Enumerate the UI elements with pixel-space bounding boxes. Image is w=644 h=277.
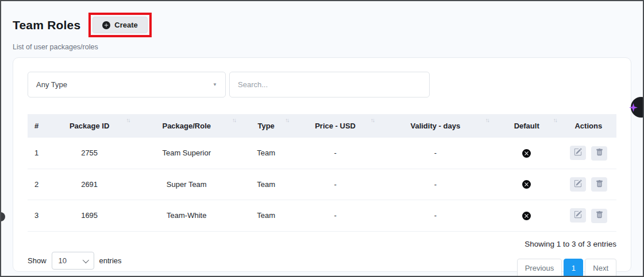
pagination: Previous 1 Next [517,259,616,277]
sort-icon[interactable]: ↑↓ [485,117,489,123]
cell-validity: - [378,169,493,200]
cell-price: - [292,200,378,232]
delete-button[interactable] [591,146,607,161]
table-row: 2 2691 Super Team Team - - [28,169,616,200]
trash-icon [596,149,603,158]
caret-down-icon: ▼ [213,82,217,87]
column-header-default[interactable]: Default↑↓ [493,114,561,138]
cell-type: Team [240,169,292,200]
cell-validity: - [378,138,493,169]
roles-card: Any Type ▼ # Package ID↑↓ Package/Role↑↓… [13,57,631,272]
left-edge-handle[interactable] [0,212,5,221]
table-footer: Show 10 entries Showing 1 to 3 of 3 entr… [28,240,616,277]
sort-icon[interactable]: ↑↓ [232,117,236,123]
delete-button[interactable] [591,209,607,223]
show-label: Show [28,256,47,265]
cell-actions [561,138,616,169]
cell-price: - [292,138,378,169]
column-header-type[interactable]: Type↑↓ [240,114,292,138]
next-page-button[interactable]: Next [585,259,616,277]
table-row: 3 1695 Team-White Team - - [28,200,616,232]
cell-num: 1 [28,138,45,169]
cell-actions [561,169,616,200]
previous-page-button[interactable]: Previous [517,259,562,277]
cell-validity: - [378,200,493,232]
cell-default [493,138,561,169]
delete-button[interactable] [591,177,607,192]
cell-package-role: Super Team [134,169,240,200]
chevron-down-icon [82,256,88,263]
cell-num: 2 [28,169,45,200]
annotation-highlight-box: Create [88,13,151,37]
column-header-price[interactable]: Price - USD↑↓ [292,114,378,138]
column-header-package-role[interactable]: Package/Role↑↓ [134,114,240,138]
pencil-square-icon [574,180,582,189]
page-1-button[interactable]: 1 [564,259,583,277]
cell-default [493,169,561,200]
cell-type: Team [240,138,292,169]
cell-price: - [292,169,378,200]
type-filter-value: Any Type [36,80,67,89]
x-circle-icon [522,149,531,157]
sparkle-icon [633,103,644,112]
sort-icon[interactable]: ↑↓ [126,117,130,123]
page-size-select[interactable]: 10 [52,252,94,270]
sort-icon[interactable]: ↑↓ [285,117,288,123]
create-button-label: Create [114,21,137,29]
cell-package-role: Team Superior [134,138,240,169]
showing-entries-text: Showing 1 to 3 of 3 entries [517,240,616,248]
page-size-value: 10 [59,256,67,265]
entries-label: entries [99,256,122,265]
search-input[interactable] [229,72,430,97]
cell-default [493,200,561,232]
plus-circle-icon [102,21,110,29]
edit-button[interactable] [570,177,586,192]
x-circle-icon [522,180,531,188]
create-button[interactable]: Create [92,17,147,33]
edit-button[interactable] [570,208,586,223]
cell-package-role: Team-White [134,200,240,232]
page-header: Team Roles Create List of user packages/… [1,1,643,51]
sort-icon[interactable]: ↑↓ [553,117,557,123]
trash-icon [596,211,603,220]
cell-actions [561,200,616,232]
cell-num: 3 [28,200,45,232]
assistant-fab-button[interactable] [631,97,644,118]
type-filter-select[interactable]: Any Type ▼ [28,72,226,97]
cell-package-id: 1695 [45,200,134,232]
table-header-row: # Package ID↑↓ Package/Role↑↓ Type↑↓ Pri… [28,114,616,138]
sort-icon[interactable]: ↑↓ [371,117,374,123]
column-header-validity[interactable]: Validity - days↑↓ [378,114,493,138]
pencil-square-icon [574,210,582,220]
show-entries-control: Show 10 entries [28,244,122,277]
trash-icon [596,180,603,189]
pencil-square-icon [574,148,582,158]
cell-type: Team [240,200,292,232]
column-header-actions: Actions [561,114,616,138]
column-header-num: # [28,114,45,138]
column-header-package-id[interactable]: Package ID↑↓ [45,114,134,138]
cell-package-id: 2755 [45,138,134,169]
filter-bar: Any Type ▼ [28,72,616,97]
page-subtitle: List of user packages/roles [13,43,631,51]
roles-table: # Package ID↑↓ Package/Role↑↓ Type↑↓ Pri… [28,114,616,232]
x-circle-icon [522,211,531,220]
table-row: 1 2755 Team Superior Team - - [28,138,616,169]
cell-package-id: 2691 [45,169,134,200]
page-title: Team Roles [13,18,80,32]
edit-button[interactable] [570,146,586,160]
